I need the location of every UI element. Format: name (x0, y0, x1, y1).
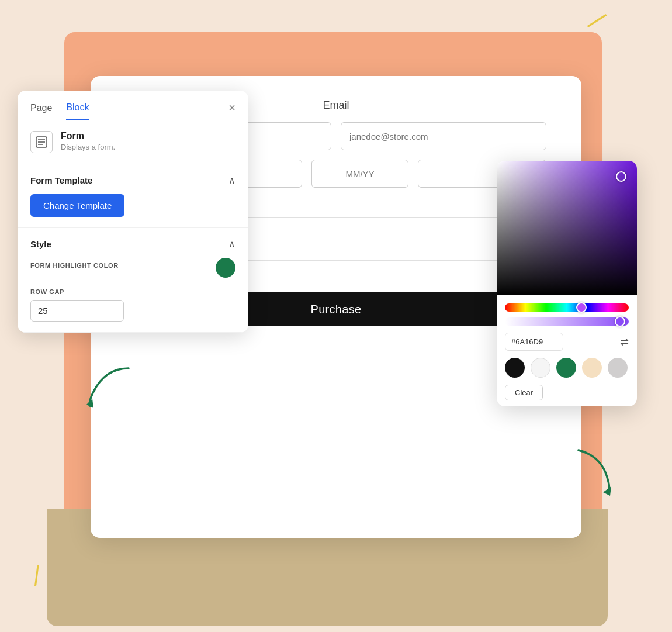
hue-handle (576, 302, 587, 313)
form-template-title: Form Template (30, 175, 92, 185)
adjust-icon[interactable]: ⇌ (620, 336, 629, 348)
arrow-right-decoration (567, 444, 619, 497)
color-picker-popup: ⇌ Clear (497, 161, 637, 406)
clear-button[interactable]: Clear (505, 385, 543, 400)
expiry-input[interactable] (311, 160, 408, 188)
close-button[interactable]: × (228, 101, 235, 120)
preset-lightgray-swatch[interactable] (608, 358, 628, 378)
block-icon (30, 131, 53, 153)
block-desc: Displays a form. (61, 143, 115, 151)
hue-slider[interactable] (505, 303, 629, 312)
form-icon (35, 136, 48, 148)
opacity-handle (615, 316, 625, 327)
color-picker-handle[interactable] (616, 171, 626, 182)
style-chevron: ∧ (228, 239, 235, 250)
preset-black-swatch[interactable] (505, 358, 525, 378)
side-panel: Page Block × Form Displays a form. Form … (18, 91, 248, 333)
hex-row: ⇌ (505, 333, 629, 351)
highlight-color-row: FORM HIGHLIGHT COLOR (30, 258, 235, 278)
hex-input[interactable] (505, 333, 563, 351)
opacity-slider[interactable] (505, 317, 629, 326)
style-title: Style (30, 239, 51, 249)
highlight-color-label: FORM HIGHLIGHT COLOR (30, 262, 119, 269)
dash-decoration-top: ╱ (588, 11, 606, 32)
preset-green-swatch[interactable] (556, 358, 576, 378)
block-info-section: Form Displays a form. (18, 120, 248, 164)
color-gradient[interactable] (497, 161, 637, 295)
preset-cream-swatch[interactable] (582, 358, 602, 378)
row-gap-input[interactable] (31, 301, 124, 321)
form-template-section: Form Template ∧ Change Template (18, 164, 248, 228)
block-title: Form (61, 131, 115, 141)
tab-page[interactable]: Page (30, 103, 52, 119)
arrow-left-decoration (82, 362, 140, 409)
row-gap-section: ROW GAP PX (30, 288, 235, 322)
svg-marker-5 (603, 486, 611, 496)
form-template-chevron: ∧ (228, 175, 235, 186)
dash-decoration-bottom: ╱ (29, 566, 44, 586)
email-input[interactable] (341, 122, 546, 150)
tab-block[interactable]: Block (66, 102, 89, 120)
color-presets (505, 358, 629, 378)
panel-header: Page Block × (18, 91, 248, 120)
row-gap-label: ROW GAP (30, 288, 235, 295)
row-gap-input-wrap: PX (30, 300, 124, 322)
style-section: Style ∧ FORM HIGHLIGHT COLOR ROW GAP PX (18, 228, 248, 333)
color-picker-controls: ⇌ Clear (497, 295, 637, 406)
change-template-button[interactable]: Change Template (30, 194, 124, 217)
preset-white-swatch[interactable] (531, 358, 550, 378)
highlight-color-swatch[interactable] (216, 258, 235, 278)
